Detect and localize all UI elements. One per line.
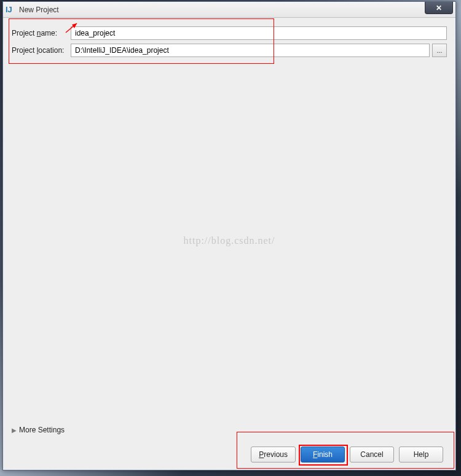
- project-location-input[interactable]: [71, 44, 430, 57]
- new-project-dialog: IJ New Project ✕ Project name: Project l…: [2, 1, 456, 470]
- cancel-button[interactable]: Cancel: [350, 447, 394, 462]
- close-button[interactable]: ✕: [425, 2, 453, 14]
- project-location-row: Project location: ...: [12, 44, 447, 57]
- watermark-text: http://blog.csdn.net/: [184, 235, 275, 246]
- previous-button[interactable]: Previous: [251, 447, 296, 462]
- project-name-label: Project name:: [12, 29, 71, 37]
- titlebar-controls: ✕: [425, 2, 455, 14]
- close-icon: ✕: [436, 4, 442, 12]
- project-name-input[interactable]: [71, 26, 447, 40]
- content-spacer: http://blog.csdn.net/: [12, 61, 447, 422]
- dialog-button-bar: Previous Finish Cancel Help: [12, 440, 447, 470]
- more-settings-label: More Settings: [19, 426, 65, 434]
- browse-location-button[interactable]: ...: [432, 44, 447, 57]
- project-location-label: Project location:: [12, 46, 71, 55]
- app-icon: IJ: [6, 5, 15, 15]
- titlebar[interactable]: IJ New Project ✕: [3, 2, 455, 18]
- more-settings-toggle[interactable]: ▶ More Settings: [12, 422, 447, 440]
- window-title: New Project: [19, 6, 59, 14]
- finish-button[interactable]: Finish: [301, 447, 345, 462]
- project-name-row: Project name:: [12, 26, 447, 40]
- expand-arrow-icon: ▶: [12, 427, 17, 434]
- dialog-content: Project name: Project location: ... http…: [3, 18, 455, 470]
- help-button[interactable]: Help: [399, 447, 443, 462]
